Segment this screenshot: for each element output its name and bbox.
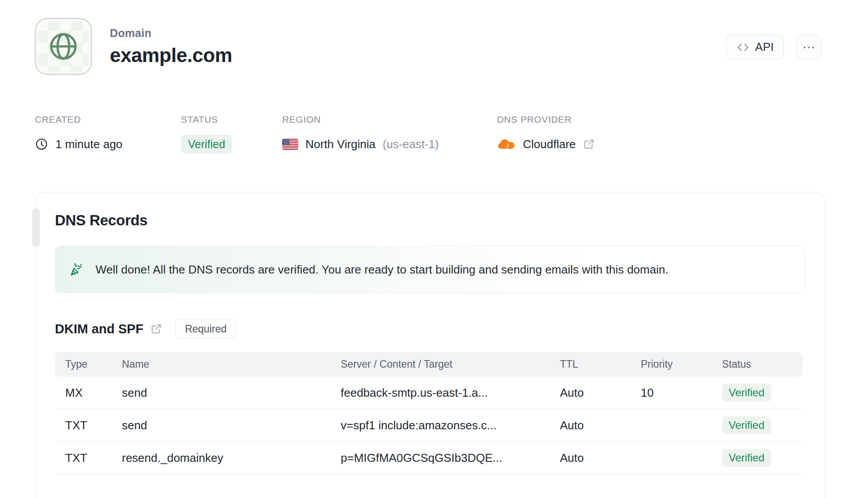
clock-icon	[35, 137, 48, 151]
col-header-priority: Priority	[641, 358, 722, 370]
page-title: example.com	[110, 44, 232, 66]
party-popper-icon	[69, 261, 85, 278]
table-row: TXT resend._domainkey p=MIGfMA0GCSqGSIb3…	[55, 442, 802, 474]
domain-heading: Domain example.com	[110, 27, 232, 66]
col-header-content: Server / Content / Target	[341, 358, 560, 370]
dkim-spf-external-link-icon[interactable]	[150, 323, 162, 335]
record-status-badge: Verified	[722, 384, 771, 402]
meta-dns-provider: DNS PROVIDER Cloudflare	[497, 114, 595, 154]
page-header: Domain example.com API ···	[0, 0, 868, 75]
cell-priority: 10	[641, 386, 722, 400]
dns-records-card: DNS Records Well done! All the DNS recor	[36, 192, 825, 498]
region-label: REGION	[282, 114, 497, 125]
region-value: North Virginia	[305, 137, 376, 151]
api-button-label: API	[755, 40, 774, 54]
code-icon	[736, 41, 750, 54]
cell-content: feedback-smtp.us-east-1.a...	[341, 386, 560, 400]
status-label: STATUS	[181, 114, 282, 125]
dkim-spf-title: DKIM and SPF	[55, 322, 143, 336]
domain-avatar	[35, 18, 92, 75]
meta-region: REGION	[282, 114, 497, 154]
cell-name: resend._domainkey	[122, 451, 341, 465]
success-banner: Well done! All the DNS records are verif…	[55, 246, 805, 293]
cell-name: send	[122, 419, 341, 432]
us-flag-icon	[282, 139, 298, 150]
domain-identity: Domain example.com	[35, 18, 232, 75]
cloudflare-icon	[497, 138, 516, 150]
dkim-spf-section-head: DKIM and SPF Required	[55, 319, 805, 339]
api-button[interactable]: API	[726, 35, 784, 59]
cell-name: send	[122, 386, 341, 400]
ellipsis-icon: ···	[803, 40, 816, 54]
cell-type: TXT	[55, 419, 122, 432]
globe-icon	[46, 29, 80, 63]
table-row: MX send feedback-smtp.us-east-1.a... Aut…	[55, 377, 802, 409]
required-badge: Required	[175, 319, 236, 339]
dns-provider-value: Cloudflare	[523, 137, 576, 151]
dns-records-title: DNS Records	[55, 212, 805, 229]
table-row: TXT send v=spf1 include:amazonses.c... A…	[55, 409, 802, 442]
cell-content: p=MIGfMA0GCSqGSIb3DQE...	[341, 451, 560, 465]
cell-ttl: Auto	[560, 386, 641, 400]
cell-content: v=spf1 include:amazonses.c...	[341, 419, 560, 432]
col-header-status: Status	[722, 358, 802, 370]
entity-type-label: Domain	[110, 27, 232, 40]
status-badge: Verified	[181, 135, 232, 154]
card-edge-pill	[32, 208, 40, 247]
created-label: CREATED	[35, 114, 181, 125]
record-status-badge: Verified	[722, 449, 771, 467]
col-header-name: Name	[122, 358, 341, 370]
header-actions: API ···	[726, 35, 822, 59]
meta-status: STATUS Verified	[181, 114, 282, 154]
cell-type: TXT	[55, 451, 122, 465]
meta-created: CREATED 1 minute ago	[35, 114, 181, 154]
cell-type: MX	[55, 386, 122, 400]
region-code: (us-east-1)	[383, 137, 439, 151]
more-options-button[interactable]: ···	[797, 35, 822, 59]
table-header-row: Type Name Server / Content / Target TTL …	[55, 352, 802, 377]
cell-ttl: Auto	[560, 419, 641, 432]
cell-ttl: Auto	[560, 451, 641, 465]
dns-records-table: Type Name Server / Content / Target TTL …	[55, 352, 802, 474]
created-value: 1 minute ago	[55, 137, 122, 151]
col-header-type: Type	[55, 358, 122, 370]
dns-provider-external-link-icon[interactable]	[583, 138, 595, 150]
domain-meta-row: CREATED 1 minute ago STATUS Verified REG…	[0, 75, 868, 154]
success-message: Well done! All the DNS records are verif…	[96, 263, 668, 277]
dns-provider-label: DNS PROVIDER	[497, 114, 595, 125]
record-status-badge: Verified	[722, 416, 771, 434]
col-header-ttl: TTL	[560, 358, 641, 370]
domain-detail-page: Domain example.com API ··· CREATED	[0, 0, 868, 498]
